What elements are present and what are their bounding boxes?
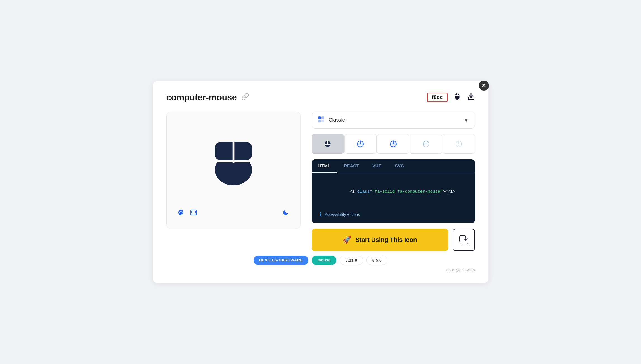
start-button-label: Start Using This Icon xyxy=(355,236,417,244)
icon-variants-row xyxy=(312,134,475,154)
chevron-down-icon: ▼ xyxy=(463,117,469,123)
svg-rect-17 xyxy=(318,116,321,119)
svg-rect-37 xyxy=(462,238,468,244)
action-row: 🚀 Start Using This Icon xyxy=(312,229,475,251)
start-using-button[interactable]: 🚀 Start Using This Icon xyxy=(312,229,448,251)
info-icon: ℹ xyxy=(320,211,321,218)
code-tabs: HTML REACT VUE SVG xyxy=(312,159,475,173)
download-icon-button[interactable] xyxy=(467,93,475,102)
film-icon[interactable] xyxy=(190,209,197,218)
tag-devices-hardware[interactable]: DEVICES-HARDWARE xyxy=(254,256,309,265)
close-button[interactable]: ✕ xyxy=(479,81,489,91)
tags-row: DEVICES-HARDWARE mouse 5.11.0 6.5.0 xyxy=(166,256,475,265)
svg-rect-19 xyxy=(318,120,321,122)
footer-credit: CSDN @yizhou2019 xyxy=(446,268,475,272)
svg-rect-18 xyxy=(321,116,324,119)
moon-icon[interactable] xyxy=(282,209,289,218)
svg-rect-23 xyxy=(325,144,331,145)
variant-outline-2[interactable] xyxy=(377,134,409,154)
header-left: computer-mouse xyxy=(166,92,249,103)
svg-rect-22 xyxy=(327,141,328,145)
style-selector-label: Classic xyxy=(329,117,345,123)
style-selector-icon xyxy=(318,116,325,124)
code-content: <i class="fa-solid fa-computer-mouse"></… xyxy=(312,173,475,208)
tag-version-511[interactable]: 5.11.0 xyxy=(340,256,363,265)
header: computer-mouse f8cc xyxy=(166,92,475,103)
main-container: ✕ computer-mouse f8cc xyxy=(153,81,488,283)
right-panel: Classic ▼ xyxy=(312,112,475,251)
tab-html[interactable]: HTML xyxy=(312,159,337,173)
tab-vue[interactable]: VUE xyxy=(366,159,388,173)
palette-icon[interactable] xyxy=(178,209,185,218)
page-footer: CSDN @yizhou2019 xyxy=(166,268,475,272)
svg-rect-7 xyxy=(215,160,252,162)
icon-preview-bottom xyxy=(178,205,289,218)
bottom-action-icons xyxy=(178,209,197,218)
variant-thin[interactable] xyxy=(443,134,475,154)
code-line: <i class="fa-solid fa-computer-mouse"></… xyxy=(320,181,467,202)
icon-preview-panel xyxy=(166,112,301,229)
icon-preview-main xyxy=(178,123,289,198)
rocket-icon: 🚀 xyxy=(342,235,351,244)
variant-solid[interactable] xyxy=(312,134,344,154)
variant-outline[interactable] xyxy=(344,134,377,154)
accessibility-link[interactable]: Accessibility + Icons xyxy=(325,212,360,217)
kit-button[interactable] xyxy=(453,229,475,251)
style-selector[interactable]: Classic ▼ xyxy=(312,112,475,129)
svg-rect-6 xyxy=(232,141,234,163)
variant-light[interactable] xyxy=(410,134,442,154)
tag-version-650[interactable]: 6.5.0 xyxy=(366,256,388,265)
tag-mouse[interactable]: mouse xyxy=(312,256,336,265)
tab-react[interactable]: REACT xyxy=(337,159,366,173)
tab-svg[interactable]: SVG xyxy=(388,159,411,173)
computer-mouse-icon xyxy=(208,133,259,188)
mouse-icon-button[interactable] xyxy=(453,92,462,103)
code-footer: ℹ Accessibility + Icons xyxy=(312,208,475,223)
link-icon[interactable] xyxy=(241,93,249,102)
color-badge[interactable]: f8cc xyxy=(427,93,447,102)
style-selector-left: Classic xyxy=(318,116,345,124)
page-title: computer-mouse xyxy=(166,92,237,103)
code-panel: HTML REACT VUE SVG <i class="fa-solid fa… xyxy=(312,159,475,223)
svg-rect-20 xyxy=(321,120,324,122)
header-right: f8cc xyxy=(427,92,475,103)
main-content: Classic ▼ xyxy=(166,112,475,251)
